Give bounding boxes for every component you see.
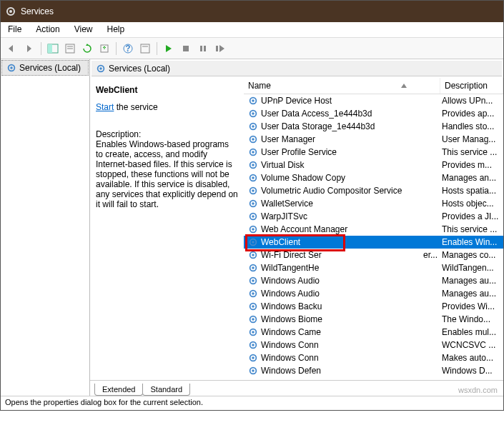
list-item[interactable]: WildTangentHeWildTangen... [244, 261, 503, 274]
forward-button[interactable] [22, 41, 36, 56]
sort-icon [401, 84, 407, 88]
gear-icon [248, 109, 258, 119]
window-title: Services [21, 6, 54, 16]
svg-rect-3 [48, 44, 52, 53]
menu-help[interactable]: Help [100, 22, 132, 37]
pause-service-button[interactable] [196, 41, 210, 56]
svg-point-19 [99, 67, 102, 70]
tab-extended[interactable]: Extended [94, 384, 143, 396]
content-header: Services (Local) [92, 61, 502, 76]
list-item[interactable]: User Data Access_1e444b3dProvides ap... [244, 107, 503, 120]
list-item[interactable]: Web Account ManagerThis service ... [244, 223, 503, 236]
nav-tree: Services (Local) [1, 59, 90, 396]
list-item[interactable]: Windows ConnWCNCSVC ... [244, 339, 503, 351]
tab-standard[interactable]: Standard [142, 384, 190, 396]
list-item[interactable]: Windows BackuProvides Wi... [244, 300, 503, 313]
row-desc: This service ... [440, 147, 503, 157]
row-name: WildTangentHe [261, 263, 319, 273]
list-item[interactable]: Wi-Fi Direct Serer...Manages co... [244, 249, 503, 261]
list-item[interactable]: WebClientEnables Win... [244, 236, 503, 249]
list-item[interactable]: Virtual DiskProvides m... [244, 159, 503, 171]
list-item[interactable]: WalletServiceHosts objec... [244, 197, 503, 210]
nav-label: Services (Local) [19, 63, 81, 73]
row-desc: WildTangen... [440, 263, 503, 273]
row-name: Windows Defen [261, 366, 321, 376]
gear-icon [248, 173, 258, 183]
list-item[interactable]: User Profile ServiceThis service ... [244, 146, 503, 159]
row-desc: The Windo... [440, 314, 503, 324]
watermark: wsxdn.com [458, 386, 498, 394]
gear-icon [248, 96, 258, 106]
row-desc: Manages au... [440, 276, 503, 286]
menu-view[interactable]: View [67, 22, 100, 37]
row-name: WebClient [261, 237, 300, 247]
list-item[interactable]: Windows AudioManages au... [244, 274, 503, 287]
row-desc: Allows UPn... [440, 96, 503, 106]
list-item[interactable]: Windows DefenWindows D... [244, 364, 503, 377]
row-name: Windows Audio [261, 276, 320, 286]
list-item[interactable]: WarpJITSvcProvides a JI... [244, 210, 503, 223]
help-button[interactable]: ? [121, 41, 135, 56]
svg-point-53 [252, 305, 255, 308]
list-item[interactable]: UPnP Device HostAllows UPn... [244, 94, 503, 107]
refresh-button[interactable] [80, 41, 94, 56]
svg-point-61 [252, 356, 255, 359]
gear-icon [248, 121, 258, 131]
svg-point-29 [252, 151, 255, 154]
row-desc: User Manag... [440, 134, 503, 144]
start-service-button[interactable] [162, 41, 176, 56]
menu-file[interactable]: File [1, 22, 29, 37]
column-description[interactable]: Description [440, 78, 503, 94]
list-rows[interactable]: UPnP Device HostAllows UPn...User Data A… [244, 94, 503, 380]
gear-icon [248, 134, 258, 144]
view-tabs: Extended Standard [90, 380, 503, 396]
list-item[interactable]: Volume Shadow CopyManages an... [244, 171, 503, 184]
gear-icon [248, 263, 258, 273]
row-name: Windows Came [261, 327, 321, 337]
properties-button[interactable] [63, 41, 77, 56]
list-item[interactable]: Windows BiomeThe Windo... [244, 313, 503, 326]
selected-service-name: WebClient [96, 85, 238, 95]
show-hide-button[interactable] [46, 41, 60, 56]
restart-service-button[interactable] [213, 41, 227, 56]
gear-icon [248, 276, 258, 286]
column-name[interactable]: Name [244, 78, 440, 94]
list-item[interactable]: Volumetric Audio Compositor ServiceHosts… [244, 184, 503, 197]
row-name: UPnP Device Host [261, 96, 332, 106]
svg-rect-15 [216, 46, 218, 51]
titlebar[interactable]: Services [1, 1, 503, 22]
list-item[interactable]: Windows ConnMakes auto... [244, 351, 503, 364]
svg-point-27 [252, 138, 255, 141]
row-desc: Enables Win... [440, 237, 503, 247]
detail-pane: WebClient Start the service Description:… [90, 78, 244, 380]
row-name: Windows Audio [261, 289, 320, 299]
content-body: WebClient Start the service Description:… [90, 78, 503, 380]
svg-point-17 [10, 66, 13, 69]
column-headers: Name Description [244, 78, 503, 94]
row-desc: Hosts spatia... [440, 186, 503, 196]
stop-service-button[interactable] [179, 41, 193, 56]
row-name: User Data Storage_1e444b3d [261, 121, 375, 131]
gear-icon [96, 64, 106, 74]
description-label: Description: [96, 129, 238, 139]
svg-rect-10 [141, 44, 149, 53]
row-desc: Provides ap... [440, 109, 503, 119]
row-desc: Windows D... [440, 366, 503, 376]
start-link[interactable]: Start [96, 102, 114, 112]
nav-services-local[interactable]: Services (Local) [1, 60, 89, 76]
list-item[interactable]: User ManagerUser Manag... [244, 133, 503, 146]
row-desc: Provides a JI... [440, 211, 503, 221]
svg-point-33 [252, 176, 255, 179]
row-name: WarpJITSvc [261, 211, 307, 221]
list-item[interactable]: User Data Storage_1e444b3dHandles sto... [244, 120, 503, 133]
properties2-button[interactable] [138, 41, 152, 56]
back-button[interactable] [5, 41, 19, 56]
menu-action[interactable]: Action [29, 22, 66, 37]
export-button[interactable] [97, 41, 112, 56]
list-item[interactable]: Windows CameEnables mul... [244, 326, 503, 339]
row-name: User Profile Service [261, 147, 337, 157]
row-desc: Manages an... [440, 173, 503, 183]
statusbar: Opens the properties dialog box for the … [1, 396, 503, 410]
column-name-label: Name [248, 81, 271, 91]
list-item[interactable]: Windows AudioManages au... [244, 287, 503, 300]
